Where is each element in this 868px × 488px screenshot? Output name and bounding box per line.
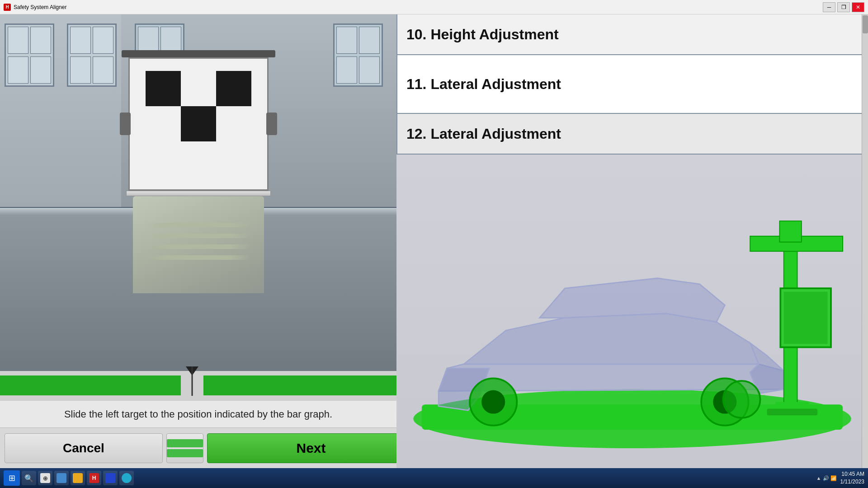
board-top-bar — [122, 50, 275, 57]
window-top-left2 — [67, 23, 117, 87]
step-11-label: 11. Lateral Adjustment — [406, 68, 561, 101]
step-12-label: 12. Lateral Adjustment — [406, 117, 561, 150]
right-panel-wrapper: 10. Height Adjustment 11. Lateral Adjust… — [396, 14, 868, 468]
stand-lines — [146, 223, 250, 266]
scrollbar[interactable] — [862, 14, 868, 468]
checker-cell — [146, 71, 181, 106]
checker-cell — [181, 71, 216, 106]
bar-graph-section — [0, 371, 396, 400]
instruction-section: Slide the left target to the position in… — [0, 400, 396, 427]
minimize-button[interactable]: ─ — [823, 2, 835, 12]
stand-line — [146, 255, 250, 260]
window-right2 — [333, 23, 383, 87]
stand-line — [146, 234, 250, 238]
car-illustration — [396, 155, 868, 468]
taskbar-icon-3[interactable] — [71, 471, 85, 485]
garage-scene — [0, 14, 396, 371]
instruction-text: Slide the left target to the position in… — [64, 408, 332, 420]
step-item-11: 11. Lateral Adjustment — [397, 55, 868, 114]
bottom-bar: Cancel Next — [0, 427, 396, 468]
green-block-1 — [167, 439, 203, 447]
bar-right-green — [203, 375, 396, 395]
step-10-label: 10. Height Adjustment — [406, 18, 559, 51]
taskbar-right: ▲ 🔊 📶 10:45 AM 1/11/2023 — [816, 470, 864, 486]
close-button[interactable]: ✕ — [852, 2, 864, 12]
tray-icons: ▲ 🔊 📶 — [816, 475, 837, 481]
svg-point-6 — [723, 381, 760, 418]
app-icon: H — [4, 4, 11, 11]
svg-rect-13 — [767, 409, 818, 416]
step-item-10: 10. Height Adjustment — [397, 14, 868, 55]
checker-cell — [216, 71, 251, 106]
cancel-button[interactable]: Cancel — [5, 433, 163, 463]
board-stand — [133, 196, 264, 293]
svg-point-3 — [481, 390, 505, 414]
checkerboard — [146, 71, 251, 177]
taskbar-icon-4[interactable]: H — [87, 471, 101, 485]
next-button[interactable]: Next — [207, 433, 415, 463]
title-bar-controls: ─ ❐ ✕ — [823, 2, 864, 12]
checker-cell — [146, 106, 181, 141]
target-board-container — [122, 50, 275, 293]
taskbar-icon-2[interactable] — [54, 471, 69, 485]
svg-rect-9 — [779, 221, 801, 243]
main-content: Slide the left target to the position in… — [0, 14, 868, 468]
checker-cell — [216, 106, 251, 141]
taskbar: ⊞ 🔍 ⊕ H ▲ 🔊 📶 10:45 AM 1/11/2023 — [0, 468, 868, 488]
taskbar-icon-1[interactable]: ⊕ — [38, 471, 52, 485]
checker-cell — [181, 141, 216, 177]
green-block-2 — [167, 449, 203, 457]
app-title: Safety System Aligner — [14, 4, 66, 10]
title-bar-left: H Safety System Aligner — [4, 4, 66, 11]
mount-right — [266, 113, 277, 135]
car-scene — [396, 155, 868, 468]
bar-gap — [181, 375, 203, 395]
system-tray: ▲ 🔊 📶 — [816, 475, 837, 481]
start-button[interactable]: ⊞ — [4, 470, 20, 486]
checker-cell — [216, 141, 251, 177]
target-board-frame — [128, 57, 269, 191]
wall-left — [0, 14, 122, 211]
left-panel: Slide the left target to the position in… — [0, 14, 396, 468]
board-scroll — [126, 191, 271, 196]
step-item-12: 12. Lateral Adjustment — [397, 114, 868, 155]
bar-left-green — [0, 375, 181, 395]
taskbar-time-display: 10:45 AM — [840, 470, 864, 478]
indicator-line — [192, 366, 193, 396]
taskbar-date-display: 1/11/2023 — [840, 478, 864, 486]
window-top-left — [5, 23, 54, 87]
taskbar-icon-6[interactable] — [119, 471, 134, 485]
bar-graph-track — [0, 375, 396, 395]
middle-button-area — [166, 433, 203, 463]
taskbar-clock: 10:45 AM 1/11/2023 — [840, 470, 864, 486]
scroll-thumb — [863, 15, 868, 33]
stand-line — [146, 244, 250, 249]
checker-cell — [181, 106, 216, 141]
restore-button[interactable]: ❐ — [837, 2, 850, 12]
mount-left — [120, 113, 131, 135]
svg-rect-11 — [784, 292, 828, 344]
green-blocks — [167, 439, 203, 457]
car-svg — [396, 177, 868, 459]
title-bar: H Safety System Aligner ─ ❐ ✕ — [0, 0, 868, 14]
taskbar-search-icon[interactable]: 🔍 — [22, 471, 36, 485]
taskbar-icon-5[interactable] — [103, 471, 118, 485]
checker-cell — [146, 141, 181, 177]
steps-section: 10. Height Adjustment 11. Lateral Adjust… — [396, 14, 868, 155]
stand-line — [146, 223, 250, 227]
